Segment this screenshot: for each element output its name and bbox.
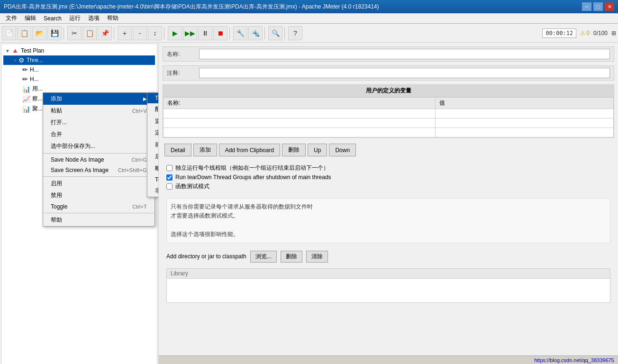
browse-button[interactable]: 浏览... [250,251,277,263]
detail-button[interactable]: Detail [164,144,191,156]
expand-button[interactable]: + [118,26,132,40]
remote-start-button[interactable]: 🔧 [233,26,247,40]
collapse-button[interactable]: - [133,26,147,40]
name-input[interactable] [199,49,610,59]
ctx-save-node-image[interactable]: Save Node As Image Ctrl+G [43,155,154,165]
pause-button[interactable]: ⏸ [198,26,212,40]
table-cell-value[interactable] [436,118,614,128]
ctx-save-node-shortcut: Ctrl+G [132,157,147,163]
down-button[interactable]: Down [329,144,356,156]
clear-button[interactable]: 清除 [306,251,328,263]
h1-icon: ✏ [22,66,28,73]
toolbar-sep6 [284,27,286,39]
ctx-save-screen-image[interactable]: Save Screen As Image Ctrl+Shift+G [43,165,154,175]
submenu-config[interactable]: 配置元件 ▶ [147,103,159,115]
cut-button[interactable]: ✂ [67,26,82,40]
table-cell-value[interactable] [436,109,614,118]
help-button[interactable]: ? [288,26,302,40]
checkbox-row-2: Run tearDown Thread Groups after shutdow… [166,174,610,181]
up-button[interactable]: Up [308,144,327,156]
stop-button[interactable]: ⏹ [213,26,227,40]
delete-button[interactable]: 删除 [282,144,306,156]
checkbox-teardown[interactable] [166,174,173,181]
add-from-clipboard-button[interactable]: Add from Clipboard [219,144,280,156]
menu-run[interactable]: 运行 [65,13,84,23]
ctx-merge[interactable]: 合并 [43,128,154,140]
table-cell-name[interactable] [164,118,436,128]
library-section: Library [166,268,610,303]
ctx-help[interactable]: 帮助 [43,214,154,226]
ctx-enable-label: 启用 [51,180,62,188]
ctx-toggle[interactable]: Toggle Ctrl+T [43,201,154,212]
toggle-button[interactable]: ↕ [148,26,162,40]
footer-url: https://blog.csdn.net/qq_38339675 [534,357,614,363]
checkbox-functional[interactable] [166,183,173,190]
threadgroup-icon: ⚙ [18,56,25,64]
submenu-assertion[interactable]: 断言 ▶ [147,163,159,174]
menu-search[interactable]: Search [40,14,65,23]
tree-item-h2[interactable]: ✏ H... [3,74,155,84]
table-cell-value[interactable] [436,128,614,137]
ctx-save-part[interactable]: 选中部分保存为... [43,140,154,152]
checkbox-independent-label: 独立运行每个线程组（例如在一个组运行结束后启动下一个） [175,164,329,172]
classpath-delete-button[interactable]: 删除 [281,251,302,263]
copy-button[interactable]: 📋 [82,26,97,40]
new-button[interactable]: 📄 [2,26,16,40]
classpath-label: Add directory or jar to classpath [166,253,246,260]
search-button[interactable]: 🔍 [268,26,282,40]
warning-icon: ⚠ [580,30,585,36]
ctx-add[interactable]: 添加 ▶ [43,93,154,105]
submenu-preprocessor[interactable]: 前置处理器 ▶ [147,139,159,151]
close-button[interactable]: ✕ [605,2,614,11]
tree-item-h1[interactable]: ✏ H... [3,65,155,74]
toolbar-sep5 [264,27,266,39]
remote-stop-button[interactable]: 🔩 [248,26,263,40]
template-button[interactable]: 📋 [17,26,31,40]
expand-all-icon[interactable]: ⊞ [611,30,616,36]
submenu-non-test-label: 非测试元件 [155,187,159,195]
submenu-non-test[interactable]: 非测试元件 ▶ [147,185,159,197]
ctx-paste-shortcut: Ctrl+V [132,108,147,114]
left-panel: ▼ 🔺 Test Plan ▼ ⚙ Thre... ✏ H... ✏ H... … [0,43,159,364]
menu-help[interactable]: 帮助 [103,13,122,23]
minimize-button[interactable]: ─ [582,2,591,11]
window-controls: ─ □ ✕ [582,2,614,11]
tree-item-testplan[interactable]: ▼ 🔺 Test Plan [3,46,155,55]
add-button[interactable]: 添加 [193,144,217,156]
submenu-timer[interactable]: 定时器 ▶ [147,127,159,139]
ctx-open[interactable]: 打开... [43,117,154,128]
checkbox-teardown-label: Run tearDown Thread Groups after shutdow… [175,174,331,181]
tree-item-threadgroup[interactable]: ▼ ⚙ Thre... [3,55,155,65]
table-cell-name[interactable] [164,109,436,118]
start-no-pause-button[interactable]: ▶▶ [183,26,197,40]
paste-button[interactable]: 📌 [98,26,112,40]
classpath-row: Add directory or jar to classpath 浏览... … [163,249,614,264]
ctx-merge-label: 合并 [51,130,62,138]
open-button[interactable]: 📂 [32,26,46,40]
ctx-paste[interactable]: 粘贴 Ctrl+V [43,105,154,117]
submenu-test-fragment[interactable]: Test Fragment ▶ [147,174,159,185]
save-button[interactable]: 💾 [47,26,62,40]
toolbar: 📄 📋 📂 💾 ✂ 📋 📌 + - ↕ ▶ ▶▶ ⏸ ⏹ 🔧 🔩 🔍 ? 00:… [0,24,618,43]
start-button[interactable]: ▶ [168,26,182,40]
submenu-postprocessor[interactable]: 后置处理器 ▶ [147,151,159,163]
ctx-enable[interactable]: 启用 [43,178,154,190]
restore-button[interactable]: □ [593,2,603,11]
table-cell-name[interactable] [164,128,436,137]
ctx-disable[interactable]: 禁用 [43,190,154,201]
ctx-sep1 [43,153,154,154]
checkbox-independent[interactable] [166,165,173,171]
submenu-threads-users[interactable]: Threads (Users) ▶ [147,93,159,103]
time-display: 00:00:12 [542,28,576,38]
main-area: ▼ 🔺 Test Plan ▼ ⚙ Thre... ✏ H... ✏ H... … [0,43,618,364]
menu-file[interactable]: 文件 [2,13,21,23]
name-label: 名称: [167,50,195,58]
expand-arrow-threadgroup: ▼ [13,58,18,63]
comments-input[interactable] [199,68,610,78]
menu-edit[interactable]: 编辑 [21,13,40,23]
ctx-disable-label: 禁用 [51,191,62,200]
library-header: Library [167,269,610,279]
submenu-listener[interactable]: 监听器 ▶ [147,115,159,127]
comments-label: 注释: [167,69,195,77]
menu-options[interactable]: 选项 [84,13,103,23]
